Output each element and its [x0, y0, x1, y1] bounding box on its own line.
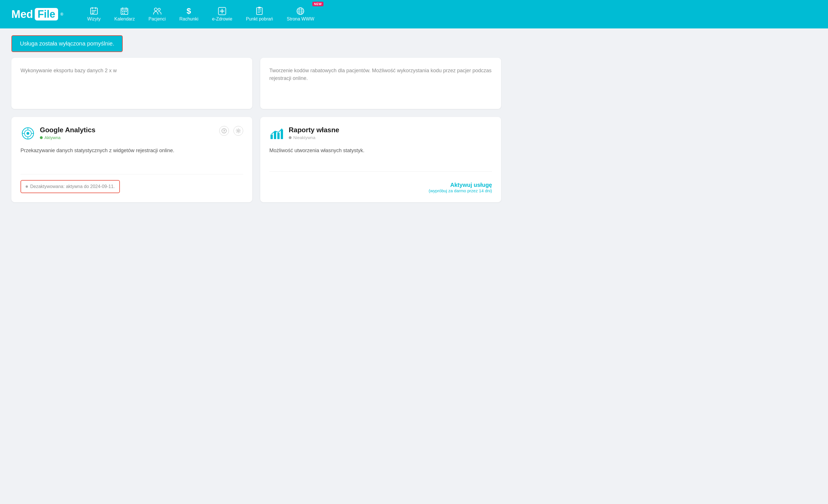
ga-icon — [20, 126, 35, 141]
pacjenci-icon — [153, 7, 162, 15]
svg-rect-11 — [124, 11, 125, 12]
svg-point-16 — [158, 8, 160, 10]
top-card-kody: Tworzenie kodów rabatowych dla pacjentów… — [260, 58, 501, 109]
toast-message: Usługa została wyłączona pomyślnie. — [20, 40, 114, 47]
logo-reg: ® — [60, 12, 63, 16]
svg-point-15 — [154, 8, 157, 11]
nav-rachunki[interactable]: $ Rachunki — [172, 4, 205, 25]
svg-rect-14 — [124, 13, 125, 14]
ga-card-actions: ? — [219, 126, 243, 136]
raporty-status: Nieaktywna — [289, 135, 492, 140]
nav-strona[interactable]: NEW Strona WWW — [280, 4, 321, 25]
logo-file-box: File — [35, 8, 58, 20]
ga-description-text: Przekazywanie danych statystycznych z wi… — [20, 148, 174, 153]
ga-help-button[interactable]: ? — [219, 126, 229, 136]
top-card-export-text: Wykonywanie eksportu bazy danych 2 x w — [20, 67, 243, 75]
logo-med: Med — [11, 8, 33, 20]
logo-file: File — [38, 9, 55, 19]
nav-ezdrowie[interactable]: e-Zdrowie — [205, 4, 239, 25]
nav-wizyty[interactable]: Wizyty — [80, 4, 107, 25]
top-card-export: Wykonywanie eksportu bazy danych 2 x w — [11, 58, 252, 109]
nav-punkt-label: Punkt pobrań — [246, 16, 273, 21]
nav-strona-label: Strona WWW — [287, 16, 314, 21]
card-ga-header: Google Analytics Aktywna ? — [20, 126, 243, 141]
ga-status: Aktywna — [40, 135, 219, 140]
main-nav: Wizyty Kalendarz — [80, 4, 817, 25]
rachunki-icon: $ — [185, 7, 193, 15]
raporty-title: Raporty własne — [289, 126, 492, 134]
nav-kalendarz[interactable]: Kalendarz — [107, 4, 141, 25]
ga-deactivated-info: Dezaktywowana: aktywna do 2024-09-11. — [20, 180, 120, 193]
nav-ezdrowie-label: e-Zdrowie — [212, 16, 232, 21]
raporty-header: Raporty własne Nieaktywna — [270, 126, 492, 141]
card-raporty: Raporty własne Nieaktywna Możliwość utwo… — [260, 117, 501, 202]
ga-status-label: Aktywna — [44, 135, 60, 140]
svg-point-40 — [238, 130, 239, 132]
raporty-icon — [270, 126, 284, 141]
wizyty-icon — [90, 7, 98, 15]
top-cards-row: Wykonywanie eksportu bazy danych 2 x w T… — [11, 58, 501, 109]
punkt-icon — [255, 7, 263, 15]
svg-rect-12 — [126, 11, 127, 12]
main-content: Usługa została wyłączona pomyślnie. Wyko… — [0, 29, 512, 214]
card-google-analytics: Google Analytics Aktywna ? — [11, 117, 252, 202]
nav-rachunki-label: Rachunki — [179, 16, 199, 21]
activate-sublabel: (wypróbuj za darmo przez 14 dni) — [270, 188, 492, 193]
raporty-status-label: Nieaktywna — [293, 135, 316, 140]
raporty-status-dot — [289, 136, 292, 139]
svg-rect-13 — [122, 13, 123, 14]
ga-status-dot — [40, 136, 43, 139]
raporty-description-text: Możliwość utworzenia własnych statystyk. — [270, 148, 365, 153]
nav-wizyty-label: Wizyty — [87, 16, 100, 21]
strona-icon — [296, 7, 305, 15]
svg-text:?: ? — [223, 129, 225, 133]
svg-rect-43 — [277, 133, 280, 139]
svg-point-33 — [27, 132, 29, 135]
svg-rect-10 — [122, 11, 123, 12]
ga-deactivated-dot — [26, 185, 28, 188]
ga-footer: Dezaktywowana: aktywna do 2024-09-11. — [20, 174, 243, 193]
ga-deactivated-text: Dezaktywowana: aktywna do 2024-09-11. — [30, 184, 115, 189]
nav-kalendarz-label: Kalendarz — [114, 16, 135, 21]
new-badge: NEW — [313, 2, 324, 6]
cards-section: Google Analytics Aktywna ? — [11, 117, 501, 202]
raporty-title-area: Raporty własne Nieaktywna — [289, 126, 492, 140]
ga-description: Przekazywanie danych statystycznych z wi… — [20, 146, 243, 174]
main-header: Med File ® Wizyty — [0, 0, 828, 29]
svg-rect-44 — [281, 129, 283, 139]
ga-title-area: Google Analytics Aktywna — [40, 126, 219, 140]
logo: Med File ® — [11, 8, 63, 20]
svg-rect-25 — [258, 7, 260, 8]
raporty-footer: Aktywuj usługę (wypróbuj za darmo przez … — [270, 171, 492, 193]
nav-pacjenci[interactable]: Pacjenci — [142, 4, 172, 25]
logo-area[interactable]: Med File ® — [11, 8, 63, 20]
top-card-kody-text: Tworzenie kodów rabatowych dla pacjentów… — [270, 67, 492, 82]
ezdrowie-icon — [218, 7, 226, 15]
svg-rect-41 — [271, 135, 273, 139]
ga-settings-button[interactable] — [234, 126, 243, 136]
activate-link[interactable]: Aktywuj usługę — [270, 182, 492, 188]
svg-rect-42 — [274, 132, 276, 139]
toast-notification: Usługa została wyłączona pomyślnie. — [11, 35, 123, 52]
raporty-description: Możliwość utworzenia własnych statystyk. — [270, 146, 492, 171]
raporty-activate-section: Aktywuj usługę (wypróbuj za darmo przez … — [270, 177, 492, 193]
ga-title: Google Analytics — [40, 126, 219, 134]
nav-pacjenci-label: Pacjenci — [149, 16, 166, 21]
svg-text:$: $ — [187, 7, 191, 15]
nav-punkt[interactable]: Punkt pobrań — [239, 4, 280, 25]
kalendarz-icon — [120, 7, 129, 15]
